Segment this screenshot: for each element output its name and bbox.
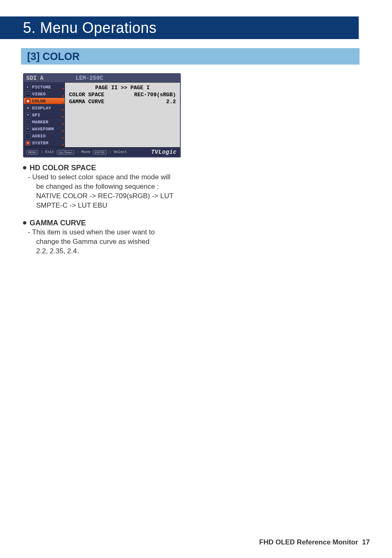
osd-key-enter: ENTER [93,150,107,155]
osd-header: SDI A LEM-250C [24,74,180,83]
osd-nav: ◐PICTURE ▭VIDEO ▦COLOR ▣DISPLAY ⊞GPI ▢MA… [24,83,65,147]
description-block: HD COLOR SPACE - Used to select color sp… [23,163,200,264]
osd-row-value: REC-709(sRGB) [134,92,176,98]
display-icon: ▣ [25,106,30,111]
osd-hint-move: : Move [77,150,90,154]
osd-input-label: SDI A [26,75,72,81]
desc-heading: GAMMA CURVE [23,218,200,228]
desc-line: change the Gamma curve as wished [32,237,200,247]
desc-line: - Used to select color space and the mod… [28,173,171,181]
desc-heading-text: GAMMA CURVE [30,218,86,228]
chapter-title-bar: 5. Menu Operations [0,16,359,39]
osd-footer: MENU : Exit Up/Down : Move ENTER : Selec… [24,147,180,157]
osd-body: ◐PICTURE ▭VIDEO ▦COLOR ▣DISPLAY ⊞GPI ▢MA… [24,83,180,147]
color-icon: ▦ [25,99,30,104]
osd-nav-waveform: ∿WAVEFORM [24,125,65,132]
bullet-icon [23,221,26,225]
osd-brand: TVLogic [151,149,177,155]
osd-nav-label: PICTURE [32,85,51,90]
desc-hd-color-space: HD COLOR SPACE - Used to select color sp… [23,163,200,211]
desc-line: NATIVE COLOR -> REC-709(sRGB) -> LUT [32,192,200,201]
chapter-title: 5. Menu Operations [23,19,157,37]
osd-content: PAGE II >> PAGE I COLOR SPACE REC-709(sR… [65,83,180,147]
desc-body: - This item is used when the user want t… [23,228,200,256]
osd-hint-select: : Select [109,150,127,154]
osd-nav-gpi: ⊞GPI [24,111,65,118]
page-footer: FHD OLED Reference Monitor 17 [0,538,392,546]
picture-icon: ◐ [25,85,30,90]
corner-icon [62,95,64,97]
osd-row-label: COLOR SPACE [69,92,104,98]
desc-body: - Used to select color space and the mod… [23,173,200,211]
audio-icon: ♪ [25,134,30,139]
osd-menu-screenshot: SDI A LEM-250C ◐PICTURE ▭VIDEO ▦COLOR ▣D… [23,73,181,157]
bullet-icon [23,166,26,169]
osd-key-updown: Up/Down [57,150,75,155]
corner-icon [62,123,64,125]
osd-nav-color: ▦COLOR [24,97,65,104]
desc-heading: HD COLOR SPACE [23,163,200,173]
osd-nav-marker: ▢MARKER [24,118,65,125]
desc-line: SMPTE-C -> LUT EBU [32,201,200,211]
corner-icon [62,109,64,111]
corner-icon [62,116,64,118]
osd-nav-label: WAVEFORM [32,127,54,132]
section-title: [3] COLOR [27,51,80,63]
corner-icon [62,137,64,139]
gpi-icon: ⊞ [25,113,30,118]
osd-row-label: GAMMA CURVE [69,99,104,105]
osd-row-gamma-curve: GAMMA CURVE 2.2 [69,98,176,105]
osd-key-menu: MENU [26,150,38,155]
osd-nav-label: SYSTEM [32,141,48,146]
desc-gamma-curve: GAMMA CURVE - This item is used when the… [23,218,200,256]
osd-nav-label: GPI [32,113,40,118]
osd-nav-label: AUDIO [32,134,46,139]
osd-nav-audio: ♪AUDIO [24,132,65,139]
system-icon: ✲ [25,141,30,146]
desc-line: be changed as the following sequence : [32,182,200,192]
desc-heading-text: HD COLOR SPACE [30,163,96,173]
corner-icon [62,144,64,146]
waveform-icon: ∿ [25,127,30,132]
section-heading-band: [3] COLOR [21,48,360,65]
video-icon: ▭ [25,92,30,97]
osd-nav-label: MARKER [32,120,48,125]
marker-icon: ▢ [25,120,30,125]
osd-nav-picture: ◐PICTURE [24,83,65,90]
corner-icon [62,130,64,132]
desc-line: 2.2, 2.35, 2.4. [32,247,200,256]
footer-text: FHD OLED Reference Monitor [259,538,358,546]
osd-nav-video: ▭VIDEO [24,90,65,97]
osd-nav-label: DISPLAY [32,106,51,111]
osd-nav-display: ▣DISPLAY [24,104,65,111]
osd-model-label: LEM-250C [72,75,178,81]
osd-nav-label: COLOR [32,99,46,104]
osd-row-value: 2.2 [166,99,176,105]
osd-nav-label: VIDEO [32,92,46,97]
osd-hint-exit: : Exit [41,150,54,154]
osd-pager: PAGE II >> PAGE I [69,84,176,91]
osd-nav-system: ✲SYSTEM [24,139,65,146]
desc-line: - This item is used when the user want t… [28,228,155,236]
osd-pager-text: PAGE II >> PAGE I [95,85,150,91]
osd-row-color-space: COLOR SPACE REC-709(sRGB) [69,91,176,98]
corner-icon [62,88,64,90]
page-number: 17 [362,538,370,546]
corner-icon [62,102,64,104]
